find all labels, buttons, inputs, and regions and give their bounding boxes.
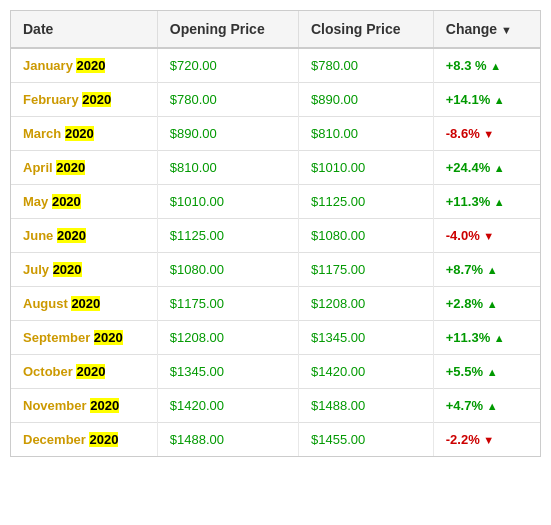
- year-highlight: 2020: [89, 432, 118, 447]
- date-cell: October 2020: [11, 355, 157, 389]
- year-highlight: 2020: [90, 398, 119, 413]
- change-value: +24.4%: [446, 160, 490, 175]
- change-cell: +14.1% ▲: [433, 83, 540, 117]
- year-highlight: 2020: [52, 194, 81, 209]
- direction-arrow-icon: ▲: [490, 60, 501, 72]
- change-value: +8.3 %: [446, 58, 487, 73]
- change-cell: +8.7% ▲: [433, 253, 540, 287]
- opening-price-cell: $1080.00: [157, 253, 298, 287]
- year-highlight: 2020: [82, 92, 111, 107]
- date-cell: November 2020: [11, 389, 157, 423]
- date-cell: June 2020: [11, 219, 157, 253]
- table-row: May 2020$1010.00$1125.00+11.3% ▲: [11, 185, 540, 219]
- year-highlight: 2020: [65, 126, 94, 141]
- header-closing-price[interactable]: Closing Price: [298, 11, 433, 48]
- change-cell: +4.7% ▲: [433, 389, 540, 423]
- opening-price-cell: $890.00: [157, 117, 298, 151]
- table-row: October 2020$1345.00$1420.00+5.5% ▲: [11, 355, 540, 389]
- table-row: January 2020$720.00$780.00+8.3 % ▲: [11, 48, 540, 83]
- date-cell: December 2020: [11, 423, 157, 457]
- year-highlight: 2020: [53, 262, 82, 277]
- closing-price-cell: $1420.00: [298, 355, 433, 389]
- year-highlight: 2020: [76, 58, 105, 73]
- change-value: +8.7%: [446, 262, 483, 277]
- table-row: April 2020$810.00$1010.00+24.4% ▲: [11, 151, 540, 185]
- direction-arrow-icon: ▲: [487, 400, 498, 412]
- date-cell: July 2020: [11, 253, 157, 287]
- change-value: +5.5%: [446, 364, 483, 379]
- table-row: November 2020$1420.00$1488.00+4.7% ▲: [11, 389, 540, 423]
- change-cell: +5.5% ▲: [433, 355, 540, 389]
- change-cell: +11.3% ▲: [433, 321, 540, 355]
- year-highlight: 2020: [57, 228, 86, 243]
- change-value: -8.6%: [446, 126, 480, 141]
- change-value: +11.3%: [446, 194, 490, 209]
- change-cell: -2.2% ▼: [433, 423, 540, 457]
- direction-arrow-icon: ▼: [483, 434, 494, 446]
- table-row: February 2020$780.00$890.00+14.1% ▲: [11, 83, 540, 117]
- table-row: September 2020$1208.00$1345.00+11.3% ▲: [11, 321, 540, 355]
- table-row: June 2020$1125.00$1080.00-4.0% ▼: [11, 219, 540, 253]
- year-highlight: 2020: [71, 296, 100, 311]
- table-row: December 2020$1488.00$1455.00-2.2% ▼: [11, 423, 540, 457]
- header-change[interactable]: Change ▼: [433, 11, 540, 48]
- opening-price-cell: $1420.00: [157, 389, 298, 423]
- change-cell: +24.4% ▲: [433, 151, 540, 185]
- header-date[interactable]: Date: [11, 11, 157, 48]
- direction-arrow-icon: ▲: [487, 366, 498, 378]
- change-cell: -8.6% ▼: [433, 117, 540, 151]
- table-row: March 2020$890.00$810.00-8.6% ▼: [11, 117, 540, 151]
- closing-price-cell: $1488.00: [298, 389, 433, 423]
- year-highlight: 2020: [94, 330, 123, 345]
- change-cell: +8.3 % ▲: [433, 48, 540, 83]
- direction-arrow-icon: ▼: [483, 128, 494, 140]
- opening-price-cell: $810.00: [157, 151, 298, 185]
- date-cell: August 2020: [11, 287, 157, 321]
- change-value: +2.8%: [446, 296, 483, 311]
- opening-price-cell: $1345.00: [157, 355, 298, 389]
- change-cell: +2.8% ▲: [433, 287, 540, 321]
- closing-price-cell: $1010.00: [298, 151, 433, 185]
- header-opening-price[interactable]: Opening Price: [157, 11, 298, 48]
- direction-arrow-icon: ▲: [494, 196, 505, 208]
- closing-price-cell: $1208.00: [298, 287, 433, 321]
- table-row: July 2020$1080.00$1175.00+8.7% ▲: [11, 253, 540, 287]
- table-row: August 2020$1175.00$1208.00+2.8% ▲: [11, 287, 540, 321]
- direction-arrow-icon: ▼: [483, 230, 494, 242]
- closing-price-cell: $1125.00: [298, 185, 433, 219]
- closing-price-cell: $1455.00: [298, 423, 433, 457]
- closing-price-cell: $1080.00: [298, 219, 433, 253]
- opening-price-cell: $780.00: [157, 83, 298, 117]
- change-cell: +11.3% ▲: [433, 185, 540, 219]
- price-table: Date Opening Price Closing Price Change …: [11, 11, 540, 456]
- opening-price-cell: $1175.00: [157, 287, 298, 321]
- closing-price-cell: $1345.00: [298, 321, 433, 355]
- opening-price-cell: $1488.00: [157, 423, 298, 457]
- date-cell: February 2020: [11, 83, 157, 117]
- closing-price-cell: $780.00: [298, 48, 433, 83]
- date-cell: September 2020: [11, 321, 157, 355]
- closing-price-cell: $890.00: [298, 83, 433, 117]
- opening-price-cell: $1010.00: [157, 185, 298, 219]
- change-value: +4.7%: [446, 398, 483, 413]
- change-value: -2.2%: [446, 432, 480, 447]
- sort-icon: ▼: [501, 24, 512, 36]
- date-cell: April 2020: [11, 151, 157, 185]
- change-value: -4.0%: [446, 228, 480, 243]
- date-cell: March 2020: [11, 117, 157, 151]
- closing-price-cell: $1175.00: [298, 253, 433, 287]
- opening-price-cell: $720.00: [157, 48, 298, 83]
- change-cell: -4.0% ▼: [433, 219, 540, 253]
- opening-price-cell: $1208.00: [157, 321, 298, 355]
- opening-price-cell: $1125.00: [157, 219, 298, 253]
- date-cell: January 2020: [11, 48, 157, 83]
- year-highlight: 2020: [56, 160, 85, 175]
- change-value: +14.1%: [446, 92, 490, 107]
- table-header-row: Date Opening Price Closing Price Change …: [11, 11, 540, 48]
- price-table-container: Date Opening Price Closing Price Change …: [10, 10, 541, 457]
- change-value: +11.3%: [446, 330, 490, 345]
- date-cell: May 2020: [11, 185, 157, 219]
- closing-price-cell: $810.00: [298, 117, 433, 151]
- direction-arrow-icon: ▲: [487, 264, 498, 276]
- year-highlight: 2020: [76, 364, 105, 379]
